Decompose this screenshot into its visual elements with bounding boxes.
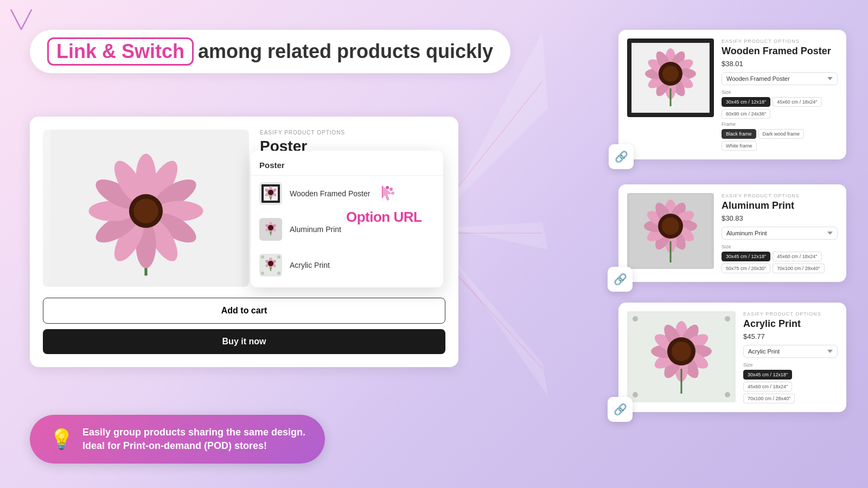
svg-marker-4 <box>445 222 548 249</box>
cursor-icon <box>378 183 397 203</box>
wooden-thumb <box>259 182 282 205</box>
wooden-frame-chip-2[interactable]: White frame <box>722 141 757 151</box>
svg-point-22 <box>133 198 158 223</box>
add-to-cart-button[interactable]: Add to cart <box>43 298 445 324</box>
wooden-easify-label: EASIFY PRODUCT OPTIONS <box>722 38 838 44</box>
aluminum-price: $30.83 <box>722 214 838 222</box>
deco-lines: ╲╱ <box>11 11 31 28</box>
svg-point-60 <box>390 188 393 191</box>
buy-it-now-button[interactable]: Buy it now <box>43 329 445 354</box>
svg-point-118 <box>725 392 730 397</box>
wooden-frame-label: Frame <box>722 121 838 127</box>
svg-point-56 <box>277 255 280 259</box>
flower-image <box>43 130 249 287</box>
acrylic-size-chip-2[interactable]: 70x100 cm / 28x40" <box>743 394 795 403</box>
acrylic-price: $45.77 <box>743 332 838 341</box>
aluminum-link-icon[interactable]: 🔗 <box>608 267 633 292</box>
wooden-size-chips: 30x45 cm / 12x18" 45x60 cm / 18x24" 60x9… <box>722 97 838 119</box>
wooden-size-chip-2[interactable]: 60x90 cm / 24x36" <box>722 109 770 119</box>
wooden-frame-chip-0[interactable]: Black frame <box>722 129 756 139</box>
bottom-banner-text: Easily group products sharing the same d… <box>82 426 305 453</box>
bottom-banner: 💡 Easily group products sharing the same… <box>30 415 325 464</box>
wooden-title: Wooden Framed Poster <box>722 46 838 57</box>
acrylic-card-info: EASIFY PRODUCT OPTIONS Acrylic Print $45… <box>743 311 838 403</box>
easify-label: EASIFY PRODUCT OPTIONS <box>260 130 445 136</box>
aluminum-size-chip-2[interactable]: 50x75 cm / 20x30" <box>722 264 770 273</box>
acrylic-size-chips: 30x45 cm / 12x18" 45x60 cm / 18x24" 70x1… <box>743 370 838 403</box>
svg-point-117 <box>633 392 638 397</box>
dropdown-item-acrylic-label: Acrylic Print <box>290 261 330 269</box>
svg-point-113 <box>672 342 691 361</box>
header-rest-text: among related products quickly <box>198 40 493 63</box>
aluminum-easify-label: EASIFY PRODUCT OPTIONS <box>722 193 838 198</box>
svg-point-55 <box>261 255 264 259</box>
header-highlight: Link & Switch <box>47 37 194 66</box>
acrylic-card-image <box>627 311 736 402</box>
wooden-frame-chip-1[interactable]: Dark wood frame <box>758 129 805 139</box>
acrylic-thumb <box>259 254 282 277</box>
aluminum-title: Aluminum Print <box>722 200 838 212</box>
aluminum-card-image <box>627 193 714 269</box>
aluminum-select[interactable]: Aluminum Print <box>722 227 838 240</box>
svg-point-59 <box>386 186 389 189</box>
product-card-acrylic: EASIFY PRODUCT OPTIONS Acrylic Print $45… <box>618 303 846 412</box>
aluminum-thumb <box>259 218 282 241</box>
acrylic-link-icon[interactable]: 🔗 <box>608 397 633 422</box>
svg-point-96 <box>662 217 679 235</box>
wooden-size-chip-0[interactable]: 30x45 cm / 12x18" <box>722 97 770 107</box>
aluminum-size-chip-3[interactable]: 70x100 cm / 28x40" <box>773 264 824 273</box>
bottom-banner-icon: 💡 <box>49 428 74 451</box>
aluminum-size-label: Size <box>722 244 838 249</box>
acrylic-size-chip-1[interactable]: 45x60 cm / 18x24" <box>743 382 792 391</box>
product-card-wooden: EASIFY PRODUCT OPTIONS Wooden Framed Pos… <box>618 30 846 159</box>
main-product-image <box>43 130 249 287</box>
acrylic-size-label: Size <box>743 362 838 368</box>
header-pill: Link & Switch among related products qui… <box>30 30 510 73</box>
aluminum-size-chip-0[interactable]: 30x45 cm / 12x18" <box>722 252 770 261</box>
aluminum-size-chips: 30x45 cm / 12x18" 45x60 cm / 18x24" 50x7… <box>722 252 838 273</box>
product-card-aluminum: EASIFY PRODUCT OPTIONS Aluminum Print $3… <box>618 184 846 282</box>
acrylic-select[interactable]: Acrylic Print <box>743 345 838 358</box>
wooden-card-info: EASIFY PRODUCT OPTIONS Wooden Framed Pos… <box>722 38 838 151</box>
svg-point-53 <box>268 261 273 266</box>
wooden-size-chip-1[interactable]: 45x60 cm / 18x24" <box>773 97 821 107</box>
dropdown-item-acrylic[interactable]: Acrylic Print <box>251 247 443 283</box>
svg-point-33 <box>268 190 273 195</box>
svg-point-115 <box>633 316 638 322</box>
svg-point-57 <box>261 272 264 275</box>
wooden-link-icon[interactable]: 🔗 <box>609 144 634 169</box>
svg-point-79 <box>662 66 679 82</box>
acrylic-easify-label: EASIFY PRODUCT OPTIONS <box>743 311 838 317</box>
wooden-frame-chips: Black frame Dark wood frame White frame <box>722 129 838 151</box>
acrylic-size-chip-0[interactable]: 30x45 cm / 12x18" <box>743 370 792 380</box>
svg-point-58 <box>277 272 280 275</box>
aluminum-card-info: EASIFY PRODUCT OPTIONS Aluminum Print $3… <box>722 193 838 273</box>
card-buttons: Add to cart Buy it now <box>43 298 445 354</box>
acrylic-title: Acrylic Print <box>743 318 838 330</box>
dropdown-header: Poster <box>251 155 443 176</box>
svg-point-116 <box>725 316 730 322</box>
svg-marker-5 <box>445 249 548 396</box>
option-url-label: Option URL <box>346 209 422 226</box>
wooden-card-image <box>627 38 714 117</box>
dropdown-item-wooden[interactable]: Wooden Framed Poster <box>251 176 443 211</box>
wooden-size-label: Size <box>722 89 838 95</box>
dropdown-item-wooden-label: Wooden Framed Poster <box>290 189 370 198</box>
aluminum-size-chip-1[interactable]: 45x60 cm / 18x24" <box>773 252 821 261</box>
svg-point-43 <box>268 225 273 230</box>
wooden-price: $38.01 <box>722 60 838 68</box>
dropdown-item-aluminum-label: Aluminum Print <box>290 225 341 234</box>
wooden-select[interactable]: Wooden Framed Poster <box>722 72 838 85</box>
